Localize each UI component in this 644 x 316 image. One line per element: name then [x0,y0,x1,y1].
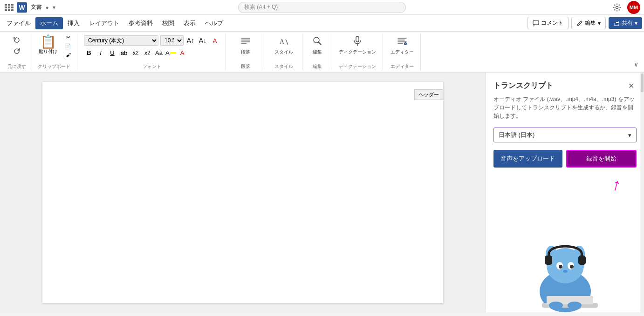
menu-home[interactable]: ホーム [35,17,63,29]
editor-button[interactable]: エディター [388,34,417,57]
settings-icon[interactable] [610,1,623,14]
styles-group: A スタイル スタイル [265,34,302,70]
panel-scrollbar[interactable] [640,73,644,312]
app-grid-icon[interactable] [4,3,13,12]
start-recording-button[interactable]: 録音を開始 [566,150,637,168]
edit-label: 編集 [313,49,322,55]
editor-label: エディター [391,49,414,55]
language-selector[interactable]: 日本語 (日本) ▾ [493,128,637,142]
italic-button[interactable]: I [96,47,106,58]
styles-icon: A [278,35,289,48]
comment-button[interactable]: コメント [528,17,569,29]
font-row1: Century (本文) 10.5 A↑ A↓ A [84,35,220,46]
panel-action-buttons: 音声をアップロード 録音を開始 [493,150,637,168]
highlight-button[interactable]: A [165,47,176,58]
redo-button[interactable] [11,47,22,56]
font-grow-button[interactable]: A↑ [185,35,196,46]
menu-help[interactable]: ヘルプ [200,17,228,29]
format-painter-button[interactable]: 🖌 [63,51,73,59]
search-box[interactable]: 検索 (Alt + Q) [238,2,406,13]
paste-icon: 📋 [40,35,56,48]
menu-insert[interactable]: 挿入 [63,17,84,29]
search-placeholder: 検索 (Alt + Q) [244,3,278,11]
case-button[interactable]: Aa [154,47,164,58]
undo-group: 元に戻す [4,34,30,70]
svg-rect-17 [578,255,586,265]
dictation-label: ディクテーション [339,49,376,55]
app-title: 文書 [31,3,42,11]
font-size-select[interactable]: 10.5 [160,35,184,46]
document-area: ヘッダー [0,73,486,312]
document-paper[interactable]: ヘッダー [42,82,443,303]
menu-references[interactable]: 参考資料 [124,17,158,29]
paragraph-group-label: 段落 [241,61,250,70]
header-tag-label[interactable]: ヘッダー [414,89,443,100]
share-button[interactable]: 共有 ▾ [609,17,642,29]
edit-icon [312,35,323,48]
mascot-svg [519,219,612,312]
superscript-button[interactable]: x2 [142,47,152,58]
svg-point-20 [559,265,562,269]
dictation-group: ディクテーション ディクテーション [332,34,383,70]
dictation-button[interactable]: ディクテーション [336,34,379,57]
underline-button[interactable]: U [107,47,117,58]
ribbon: 元に戻す 📋 貼り付け ✂ 📄 🖌 クリップボード Century (本文) [0,32,644,73]
paragraph-label: 段落 [241,49,250,55]
clipboard-group: 📋 貼り付け ✂ 📄 🖌 クリップボード [31,34,77,70]
panel-close-button[interactable]: ✕ [625,80,637,91]
undo-actions [9,34,24,58]
font-color-button[interactable]: A [177,47,187,58]
undo-button[interactable] [11,35,22,45]
styles-button[interactable]: A スタイル [272,34,296,57]
menu-file[interactable]: ファイル [2,17,35,29]
panel-description: オーディオ ファイル (.wav、.mp4、.m4a、.mp3) をアップロード… [486,95,644,128]
edit-button[interactable]: 編集 ▾ [571,17,606,29]
paragraph-button[interactable]: 段落 [236,34,255,57]
word-icon: W [17,2,27,13]
svg-rect-16 [545,255,552,265]
change-case-button[interactable]: A [210,35,220,46]
language-label: 日本語 (日本) [499,131,534,139]
svg-rect-9 [356,36,359,42]
menu-view[interactable]: 表示 [179,17,200,29]
paragraph-group: 段落 段落 [227,34,264,70]
upload-audio-button[interactable]: 音声をアップロード [493,150,562,168]
title-dropdown-arrow[interactable]: ▾ [53,4,55,11]
dictation-icon [352,35,363,48]
font-shrink-button[interactable]: A↓ [198,35,208,46]
edit-group-label: 編集 [313,61,322,70]
cut-button[interactable]: ✂ [63,34,73,41]
font-label: フォント [143,61,161,70]
menu-review[interactable]: 校閲 [158,17,179,29]
menu-layout[interactable]: レイアウト [84,17,124,29]
paste-button[interactable]: 📋 貼り付け [35,34,61,59]
editor-group: エディター エディター [384,34,421,70]
bold-button[interactable]: B [84,47,94,58]
autosave-indicator: ● [46,5,49,10]
header-button[interactable]: ヘッダー [414,89,443,100]
edit-button-ribbon[interactable]: 編集 [308,34,327,57]
pink-arrow-icon: ↑ [610,174,623,195]
clipboard-actions: 📋 貼り付け ✂ 📄 🖌 [35,34,73,59]
menu-bar: ファイル ホーム 挿入 レイアウト 参考資料 校閲 表示 ヘルプ コメント 編集… [0,15,644,32]
editor-icon [397,35,408,48]
transcript-panel: トランスクリプト ✕ オーディオ ファイル (.wav、.mp4、.m4a、.m… [486,73,644,312]
panel-title: トランスクリプト [493,81,553,91]
svg-point-25 [549,302,563,309]
strikethrough-button[interactable]: ab [119,47,129,58]
font-name-select[interactable]: Century (本文) [84,35,158,46]
svg-point-22 [563,270,568,273]
font-group: Century (本文) 10.5 A↑ A↓ A B I U ab x2 x2… [78,34,226,70]
chevron-down-icon: ▾ [628,132,631,139]
menu-right-actions: コメント 編集 ▾ 共有 ▾ [528,17,642,29]
svg-rect-1 [533,20,539,25]
svg-text:A: A [280,38,285,45]
editor-group-label: エディター [391,61,414,70]
edit-group: 編集 編集 [303,34,331,70]
user-avatar[interactable]: MM [627,1,640,14]
title-bar: W 文書 ● ▾ 検索 (Alt + Q) MM [0,0,644,15]
ribbon-expand-button[interactable]: ∨ [632,59,640,70]
scroll-thumb[interactable] [641,74,644,92]
copy-button[interactable]: 📄 [63,42,73,50]
subscript-button[interactable]: x2 [130,47,141,58]
